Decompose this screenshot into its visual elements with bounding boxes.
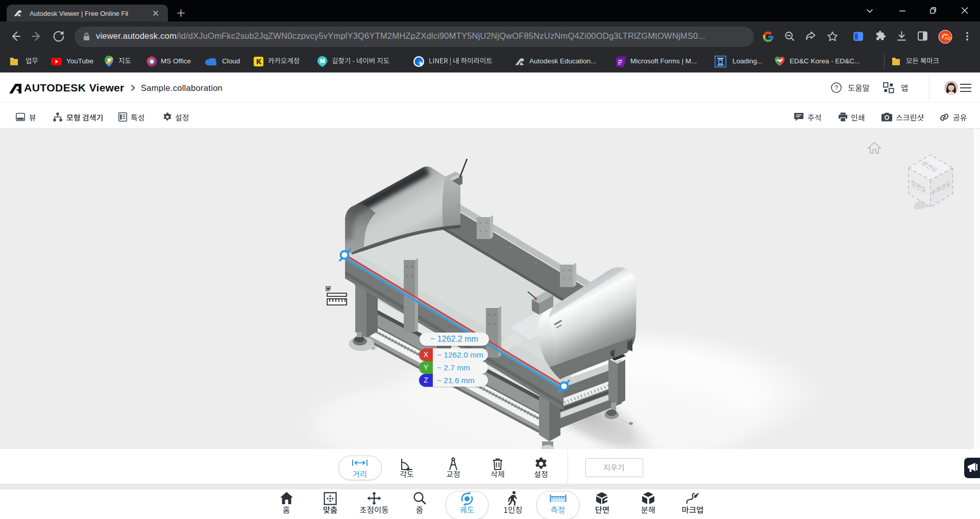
svg-text:AD: AD <box>944 36 951 41</box>
svg-text:?: ? <box>835 84 838 91</box>
